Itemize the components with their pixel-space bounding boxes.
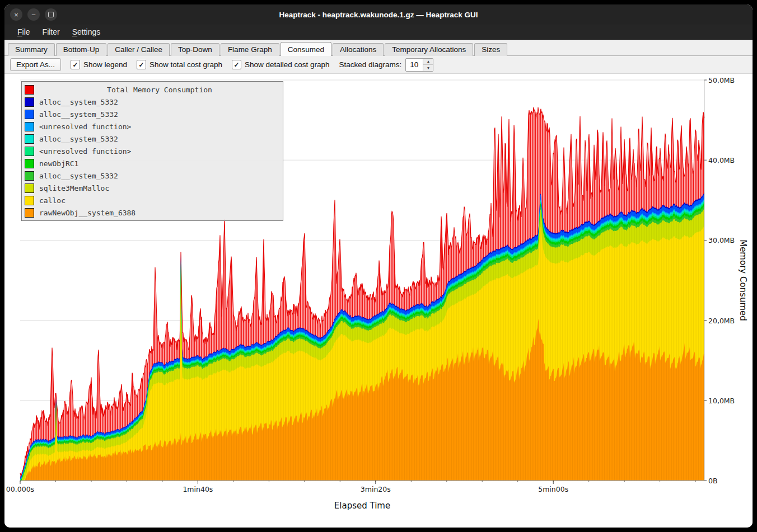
x-tick-label: 00.000s (6, 485, 34, 493)
legend-item: alloc__system_5332 (25, 133, 280, 145)
maximize-button[interactable] (45, 8, 57, 21)
x-axis-title: Elapsed Time (334, 501, 390, 511)
y-tick-label: 40,0MB (708, 156, 735, 164)
legend-item: alloc__system_5332 (25, 108, 280, 120)
show-total-cost-label: Show total cost graph (149, 60, 222, 69)
tab-consumed[interactable]: Consumed (281, 42, 331, 56)
legend-swatch (25, 110, 34, 119)
legend-swatch (25, 85, 34, 95)
legend-item: <unresolved function> (25, 145, 280, 157)
show-detailed-cost-checkbox[interactable]: ✓ Show detailed cost graph (232, 60, 330, 69)
spin-down-icon[interactable]: ▼ (423, 65, 433, 71)
legend-item: sqlite3MemMalloc (25, 182, 280, 194)
legend-swatch (25, 208, 34, 218)
checkbox-checked-icon: ✓ (232, 60, 241, 69)
tab-caller-callee[interactable]: Caller / Callee (108, 43, 170, 56)
y-tick-label: 0B (708, 477, 718, 485)
menubar: File Filter Settings (4, 25, 753, 40)
y-axis-title: Memory Consumed (738, 239, 748, 321)
legend-swatch (25, 159, 34, 168)
checkbox-checked-icon: ✓ (71, 60, 80, 69)
x-tick-label: 3min20s (361, 485, 391, 493)
close-icon: × (14, 11, 18, 18)
menu-file[interactable]: File (12, 26, 35, 37)
legend-title-row: Total Memory Consumption (25, 83, 280, 96)
spin-up-icon[interactable]: ▲ (423, 59, 433, 65)
y-tick-label: 30,0MB (708, 236, 735, 244)
legend-item: <unresolved function> (25, 120, 280, 133)
minimize-button[interactable]: − (27, 8, 40, 21)
legend-item: calloc (25, 194, 280, 206)
tab-temporary-allocations[interactable]: Temporary Allocations (385, 43, 473, 56)
legend-swatch (25, 122, 34, 131)
tab-bottom-up[interactable]: Bottom-Up (56, 43, 107, 56)
x-tick-label: 1min40s (183, 485, 213, 493)
show-legend-checkbox[interactable]: ✓ Show legend (71, 60, 127, 69)
show-total-cost-checkbox[interactable]: ✓ Show total cost graph (137, 60, 222, 69)
show-legend-label: Show legend (83, 60, 127, 69)
menu-settings[interactable]: Settings (67, 26, 106, 37)
legend-item: alloc__system_5332 (25, 96, 280, 108)
stacked-diagrams-spinbox[interactable]: 10 ▲ ▼ (405, 58, 433, 72)
app-window: × − Heaptrack - heaptrack.wakunode.1.gz … (4, 4, 753, 528)
checkbox-checked-icon: ✓ (137, 60, 146, 69)
legend-title: Total Memory Consumption (39, 86, 280, 94)
export-as-button[interactable]: Export As... (10, 58, 61, 71)
legend-swatch (25, 147, 34, 156)
legend-item: alloc__system_5332 (25, 170, 280, 182)
legend-swatch (25, 183, 34, 193)
legend-item: newObjRC1 (25, 157, 280, 170)
tab-summary[interactable]: Summary (8, 43, 55, 56)
tab-bar: Summary Bottom-Up Caller / Callee Top-Do… (4, 40, 753, 56)
window-title: Heaptrack - heaptrack.wakunode.1.gz — He… (4, 11, 753, 19)
menu-filter[interactable]: Filter (38, 26, 65, 37)
stacked-diagrams-label: Stacked diagrams: (339, 60, 402, 69)
titlebar[interactable]: × − Heaptrack - heaptrack.wakunode.1.gz … (4, 4, 753, 25)
legend-swatch (25, 97, 34, 107)
toolbar: Export As... ✓ Show legend ✓ Show total … (4, 56, 753, 73)
tab-top-down[interactable]: Top-Down (171, 43, 219, 56)
consumed-chart-panel: Total Memory Consumption alloc__system_5… (4, 73, 753, 528)
y-tick-label: 10,0MB (708, 396, 735, 404)
tab-sizes[interactable]: Sizes (474, 43, 507, 56)
tab-allocations[interactable]: Allocations (333, 43, 384, 56)
legend-item: rawNewObj__system_6388 (25, 206, 280, 219)
maximize-icon (48, 12, 54, 17)
legend-swatch (25, 171, 34, 181)
legend-swatch (25, 134, 34, 144)
y-tick-label: 50,0MB (708, 76, 735, 84)
x-tick-label: 5min00s (538, 485, 568, 493)
close-button[interactable]: × (10, 8, 22, 21)
y-tick-label: 20,0MB (708, 316, 735, 324)
spinbox-value: 10 (406, 59, 423, 71)
show-detailed-cost-label: Show detailed cost graph (245, 60, 330, 69)
window-controls: × − (10, 4, 57, 25)
legend-swatch (25, 196, 34, 205)
spinbox-buttons: ▲ ▼ (423, 59, 433, 71)
minimize-icon: − (31, 11, 36, 18)
tab-flame-graph[interactable]: Flame Graph (221, 43, 279, 56)
chart-legend: Total Memory Consumption alloc__system_5… (21, 81, 283, 221)
